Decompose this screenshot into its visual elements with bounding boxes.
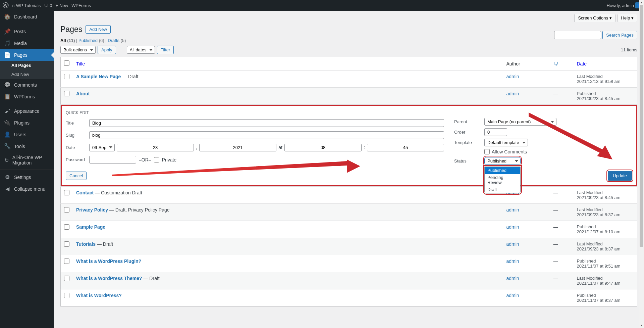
menu-posts[interactable]: 📌Posts (0, 24, 54, 37)
allow-comments-label: Allow Comments (492, 149, 527, 154)
parent-select[interactable]: Main Page (no parent) (484, 118, 556, 126)
howdy-text: Howdy, admin (607, 3, 634, 8)
row-checkbox[interactable] (64, 91, 69, 96)
author-link[interactable]: admin (506, 207, 519, 213)
column-title[interactable]: Title (76, 61, 85, 66)
search-input[interactable] (554, 31, 601, 39)
month-select[interactable]: 09-Sep (89, 144, 115, 151)
page-title-link[interactable]: Privacy Policy (76, 207, 108, 213)
slug-input[interactable] (89, 131, 444, 139)
row-checkbox[interactable] (64, 190, 69, 195)
year-input[interactable] (199, 144, 276, 151)
filter-drafts[interactable]: Drafts (5) (108, 38, 126, 43)
bulk-actions-select[interactable]: Bulk actions (60, 46, 96, 54)
menu-label: Posts (14, 29, 26, 34)
label: Help (621, 15, 630, 20)
order-input[interactable] (484, 128, 507, 136)
row-checkbox[interactable] (64, 207, 69, 213)
add-new-button[interactable]: Add New (86, 25, 111, 34)
scrollbar-thumb[interactable] (640, 5, 643, 247)
howdy-link[interactable]: Howdy, admin 👤 (607, 2, 641, 8)
menu-media[interactable]: 🎵Media (0, 37, 54, 49)
page-title-link[interactable]: What is a WordPress Plugin? (76, 259, 141, 264)
menu-dashboard[interactable]: 🏠Dashboard (0, 11, 54, 22)
page-title-link[interactable]: About (76, 91, 90, 96)
status-option-published[interactable]: Published (485, 167, 520, 174)
screen-options-button[interactable]: Screen Options ▾ (574, 14, 615, 22)
select-all-checkbox[interactable] (64, 60, 69, 66)
author-link[interactable]: admin (506, 259, 519, 264)
author-link[interactable]: admin (506, 91, 519, 96)
comment-icon: 🗨 (44, 3, 48, 8)
cancel-button[interactable]: Cancel (66, 172, 87, 180)
column-date[interactable]: Date (577, 61, 587, 66)
page-title-link[interactable]: What is a WordPress Theme? (76, 276, 142, 281)
comments-link[interactable]: 🗨 0 (44, 3, 52, 8)
at-label: at (278, 145, 282, 150)
page-title-link[interactable]: What is WordPress? (76, 293, 122, 298)
wpforms-link[interactable]: WPForms (71, 3, 91, 8)
page-title-link[interactable]: A Sample New Page (76, 74, 121, 79)
date-status: Published (577, 224, 596, 229)
status-option-pending[interactable]: Pending Review (485, 174, 520, 186)
update-button[interactable]: Update (608, 171, 632, 181)
menu-migration[interactable]: ↻All-in-One WP Migration (0, 152, 54, 168)
hour-input[interactable] (284, 144, 362, 151)
new-link[interactable]: + New (56, 3, 68, 8)
row-checkbox[interactable] (64, 241, 69, 247)
page-title-link[interactable]: Contact (76, 190, 94, 195)
search-button[interactable]: Search Pages (602, 31, 637, 39)
submenu-all-pages[interactable]: All Pages (0, 61, 54, 70)
date-value: 2021/11/07 at 9:51 am (577, 264, 621, 269)
page-suffix: — Customization Draft (94, 190, 142, 195)
minute-input[interactable] (367, 144, 444, 151)
menu-collapse[interactable]: ◀Collapse menu (0, 183, 54, 195)
title-input[interactable] (89, 119, 444, 127)
submenu-add-new[interactable]: Add New (0, 70, 54, 79)
row-checkbox[interactable] (64, 259, 69, 264)
row-checkbox[interactable] (64, 293, 69, 298)
status-option-draft[interactable]: Draft (485, 186, 520, 193)
author-link[interactable]: admin (506, 241, 519, 247)
private-checkbox[interactable] (154, 157, 159, 162)
row-checkbox[interactable] (64, 74, 69, 79)
menu-plugins[interactable]: 🔌Plugins (0, 117, 54, 129)
page-suffix: — Draft, Privacy Policy Page (108, 207, 170, 213)
page-title-link[interactable]: Sample Page (76, 224, 105, 230)
filter-published[interactable]: Published (6) (78, 38, 104, 43)
author-link[interactable]: admin (506, 276, 519, 281)
dates-select[interactable]: All dates (127, 46, 155, 54)
allow-comments-checkbox[interactable] (484, 149, 490, 154)
apply-button[interactable]: Apply (98, 46, 116, 54)
menu-pages[interactable]: 📄Pages (0, 49, 54, 61)
vertical-scrollbar[interactable]: ▴ ▾ (639, 0, 644, 328)
filter-button[interactable]: Filter (157, 46, 174, 54)
scroll-up-icon[interactable]: ▴ (639, 0, 644, 5)
wp-logo[interactable]: ⓦ (3, 1, 9, 9)
password-input[interactable] (89, 156, 136, 163)
row-checkbox[interactable] (64, 276, 69, 281)
scroll-down-icon[interactable]: ▾ (639, 323, 644, 328)
menu-wpforms[interactable]: 📋WPForms (0, 91, 54, 102)
author-link[interactable]: admin (506, 224, 519, 230)
menu-settings[interactable]: ⚙Settings (0, 170, 54, 183)
menu-comments[interactable]: 💬Comments (0, 79, 54, 91)
author-link[interactable]: admin (506, 293, 519, 298)
author-link[interactable]: admin (506, 74, 519, 79)
date-value: 2021/09/23 at 8:45 am (577, 96, 621, 101)
menu-appearance[interactable]: 🖌Appearance (0, 104, 54, 117)
filter-all[interactable]: All (11) (60, 38, 75, 43)
menu-users[interactable]: 👤Users (0, 129, 54, 140)
help-button[interactable]: Help ▾ (618, 14, 637, 22)
site-link[interactable]: ⌂ WP Tutorials (12, 3, 41, 8)
comments-icon[interactable]: 🗨 (553, 61, 558, 66)
table-row: What is a WordPress Theme? — Draft admin… (61, 272, 637, 289)
comments-cell: — (550, 88, 574, 105)
menu-tools[interactable]: 🔧Tools (0, 140, 54, 152)
row-checkbox[interactable] (64, 224, 69, 230)
status-select[interactable]: Published (484, 157, 521, 165)
day-input[interactable] (117, 144, 194, 151)
menu-label: Media (14, 41, 27, 46)
template-select[interactable]: Default template (484, 139, 528, 146)
page-title-link[interactable]: Tutorials (76, 241, 96, 247)
